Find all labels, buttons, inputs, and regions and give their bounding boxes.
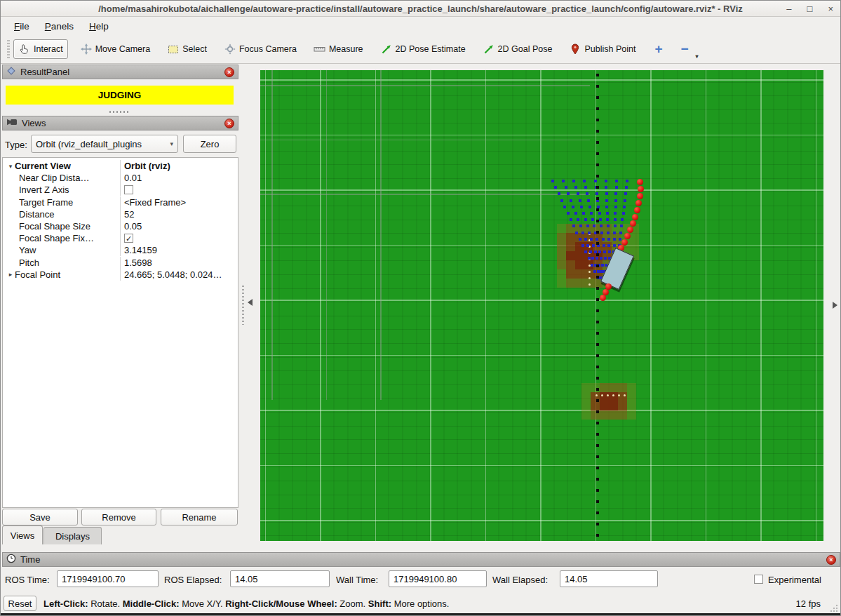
close-button[interactable]: × bbox=[828, 1, 833, 17]
centerline-dash bbox=[596, 343, 599, 346]
tree-row-focal-point[interactable]: ▸Focal Point24.665; 5.0448; 0.024… bbox=[3, 269, 238, 281]
candidate-path-dot bbox=[588, 257, 591, 260]
tree-row-focal-shape-fix-[interactable]: Focal Shape Fix…✓ bbox=[3, 232, 238, 244]
centerline-dash bbox=[596, 478, 599, 481]
tree-row-invert-z-axis[interactable]: Invert Z Axis bbox=[3, 184, 238, 196]
time-panel-header[interactable]: Time × bbox=[2, 552, 840, 567]
menu-help[interactable]: Help bbox=[83, 19, 115, 34]
property-name: Current View bbox=[15, 161, 71, 171]
candidate-path-dot bbox=[605, 199, 608, 202]
centerline-dash bbox=[596, 253, 599, 256]
collapse-left-arrow-icon[interactable] bbox=[248, 299, 253, 306]
tool-2d-goal-pose[interactable]: 2D Goal Pose bbox=[478, 39, 558, 59]
rename-button[interactable]: Rename bbox=[161, 509, 238, 525]
menu-file[interactable]: File bbox=[8, 19, 36, 34]
wall-time-input[interactable] bbox=[389, 570, 487, 587]
candidate-path-dot bbox=[606, 212, 609, 215]
expander-closed-icon[interactable]: ▸ bbox=[6, 271, 15, 278]
view-type-dropdown[interactable]: Orbit (rviz_default_plugins ▾ bbox=[31, 135, 178, 153]
minimize-button[interactable]: – bbox=[786, 1, 791, 17]
title-bar[interactable]: /home/masahirokubota/aichallenge/autowar… bbox=[1, 1, 840, 17]
views-panel-title: Views bbox=[22, 118, 220, 128]
toolbar-drag-handle[interactable] bbox=[7, 40, 10, 58]
costmap-cell bbox=[627, 410, 636, 420]
expander-open-icon[interactable]: ▾ bbox=[6, 163, 15, 170]
grid-major-hline bbox=[260, 135, 823, 136]
checkbox-checked[interactable]: ✓ bbox=[124, 234, 133, 243]
tool-publish-point[interactable]: Publish Point bbox=[564, 39, 640, 59]
add-tool-button[interactable]: + bbox=[647, 40, 669, 58]
tool-measure[interactable]: Measure bbox=[309, 39, 368, 59]
menu-bar: File Panels Help bbox=[1, 17, 840, 35]
remove-tool-button[interactable]: −▾ bbox=[674, 40, 696, 58]
candidate-path-dot bbox=[583, 180, 586, 182]
experimental-checkbox[interactable] bbox=[754, 575, 763, 584]
centerline-dash bbox=[596, 500, 599, 503]
grid-major-hline bbox=[260, 79, 823, 81]
tab-views[interactable]: Views bbox=[2, 525, 43, 544]
result-panel-header[interactable]: ResultPanel × bbox=[2, 65, 238, 79]
tool-focus-camera[interactable]: Focus Camera bbox=[219, 39, 302, 59]
tree-row-yaw[interactable]: Yaw3.14159 bbox=[3, 244, 238, 256]
wall-elapsed-input[interactable] bbox=[560, 570, 658, 587]
costmap-cell bbox=[557, 233, 566, 242]
panel-splitter-handle[interactable] bbox=[109, 111, 129, 113]
collapse-right-arrow-icon[interactable] bbox=[833, 302, 837, 309]
left-splitter-handle[interactable] bbox=[242, 286, 244, 325]
centerline-dash bbox=[596, 433, 599, 436]
candidate-path-dot bbox=[605, 186, 607, 189]
maximize-button[interactable]: □ bbox=[807, 1, 813, 17]
tree-row-distance[interactable]: Distance52 bbox=[3, 208, 238, 220]
checkbox-unchecked[interactable] bbox=[124, 185, 133, 194]
candidate-path-dot bbox=[607, 238, 610, 241]
candidate-path-dot bbox=[588, 232, 591, 234]
candidate-path-dot bbox=[596, 192, 598, 195]
resize-grip[interactable] bbox=[830, 604, 838, 612]
tree-row-focal-shape-size[interactable]: Focal Shape Size0.05 bbox=[3, 220, 238, 232]
reset-button[interactable]: Reset bbox=[4, 596, 36, 611]
candidate-path-dot bbox=[582, 212, 585, 215]
grid-major-vline bbox=[816, 70, 817, 541]
views-panel-header[interactable]: Views × bbox=[2, 116, 238, 130]
ros-time-input[interactable] bbox=[57, 570, 159, 587]
centerline-dash bbox=[596, 96, 599, 99]
property-value-cell bbox=[121, 185, 238, 194]
views-panel-close-icon[interactable]: × bbox=[224, 119, 234, 128]
candidate-path-dot bbox=[572, 180, 575, 182]
ros-elapsed-input[interactable] bbox=[230, 570, 330, 587]
tree-row-pitch[interactable]: Pitch1.5698 bbox=[3, 257, 238, 269]
tree-row-label-cell: Near Clip Dista… bbox=[3, 172, 121, 184]
tool-2d-pose-estimate[interactable]: 2D Pose Estimate bbox=[375, 39, 471, 59]
time-panel-close-icon[interactable]: × bbox=[826, 555, 836, 565]
tool-label-select: Select bbox=[182, 44, 207, 54]
costmap-cell bbox=[575, 251, 584, 260]
costmap-cell bbox=[600, 392, 609, 401]
render-viewport-3d[interactable] bbox=[260, 70, 823, 541]
property-value-cell: 1.5698 bbox=[121, 257, 238, 268]
property-value-cell: 52 bbox=[121, 209, 238, 220]
result-panel-close-icon[interactable]: × bbox=[224, 67, 234, 77]
save-button[interactable]: Save bbox=[2, 509, 78, 525]
waypoint-dot bbox=[588, 277, 591, 279]
costmap-cell bbox=[566, 260, 575, 269]
view-properties-tree[interactable]: ▾Current ViewOrbit (rviz)Near Clip Dista… bbox=[2, 157, 238, 508]
centerline-dash bbox=[596, 534, 599, 537]
remove-button[interactable]: Remove bbox=[81, 509, 156, 525]
tab-displays[interactable]: Displays bbox=[43, 527, 102, 544]
menu-panels[interactable]: Panels bbox=[39, 19, 80, 34]
tool-interact[interactable]: Interact bbox=[13, 39, 68, 59]
zero-button[interactable]: Zero bbox=[183, 135, 236, 153]
tool-select[interactable]: Select bbox=[162, 39, 212, 59]
candidate-path-dot bbox=[607, 244, 610, 247]
grid-major-vline bbox=[265, 70, 267, 541]
property-value-cell: 24.665; 5.0448; 0.024… bbox=[121, 269, 238, 280]
centerline-dash bbox=[596, 422, 599, 424]
candidate-path-dot bbox=[596, 238, 598, 241]
tool-move-camera[interactable]: Move Camera bbox=[75, 39, 156, 59]
property-name: Distance bbox=[19, 209, 55, 220]
tree-row-current-view[interactable]: ▾Current ViewOrbit (rviz) bbox=[3, 160, 238, 172]
tree-row-near-clip-dista-[interactable]: Near Clip Dista…0.01 bbox=[3, 172, 238, 184]
tree-row-target-frame[interactable]: Target Frame<Fixed Frame> bbox=[3, 196, 238, 208]
costmap-cell bbox=[591, 401, 600, 410]
map-pin-icon bbox=[569, 43, 581, 55]
